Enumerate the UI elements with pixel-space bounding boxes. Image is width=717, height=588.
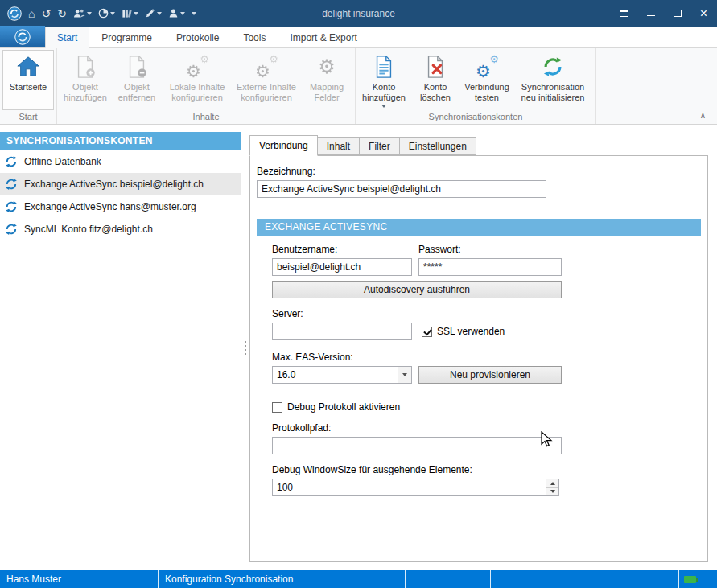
eas-version-select[interactable]: 16.0 [272,366,412,384]
account-item-exchange-beispiel[interactable]: Exchange ActiveSync beispiel@delight.ch [0,173,241,195]
bezeichnung-input[interactable] [257,180,546,198]
ribbon-tab-protokolle[interactable]: Protokolle [164,27,231,48]
ribbon-group-start: Startseite Start [0,48,57,124]
passwort-input[interactable] [418,258,562,276]
refresh-icon[interactable]: ↻ [54,3,70,24]
connection-status-icon [684,576,696,583]
account-delete-icon [422,54,448,80]
account-add-icon [371,54,397,80]
ssl-checkbox-row: SSL verwenden [422,326,505,337]
sync-icon [5,155,18,168]
sidebar-header: SYNCHRONISATIONSKONTEN [0,132,241,150]
statusbar-separator [323,570,323,588]
account-label: SyncML Konto fitz@delight.ch [24,224,153,235]
tab-verbindung[interactable]: Verbindung [249,135,318,156]
home-icon[interactable]: ⌂ [25,3,38,24]
tab-filter[interactable]: Filter [359,137,400,155]
person-icon[interactable] [165,3,188,24]
konto-hinzufuegen-button[interactable]: Konto hinzufügen [358,50,410,110]
popup-window-button[interactable] [611,0,637,27]
maximize-icon [674,10,682,17]
windowsize-input[interactable] [272,479,559,496]
passwort-label: Passwort: [418,244,562,255]
ribbon-group-synchronisationskonten: Konto hinzufügen Konto löschen ⚙⚙ Verbin… [356,48,596,124]
ribbon: Startseite Start Objekt hinzufügen Objek… [0,48,717,125]
app-logo-icon[interactable] [4,3,25,24]
spin-up-button[interactable] [546,479,558,487]
konto-loeschen-button[interactable]: Konto löschen [410,50,461,110]
server-input[interactable] [272,323,412,340]
dropdown-caret-icon [110,12,115,15]
gear-test-icon: ⚙⚙ [474,54,500,80]
startseite-button[interactable]: Startseite [2,50,54,110]
objekt-hinzufuegen-button[interactable]: Objekt hinzufügen [60,50,111,110]
titlebar: ⌂ ↺ ↻ delight insurance × [0,0,717,27]
spin-down-button[interactable] [546,487,558,496]
account-label: Exchange ActiveSync hans@muster.org [24,201,196,212]
chart-icon[interactable] [95,3,118,24]
statusbar-user: Hans Muster [0,574,158,585]
protokollpfad-input[interactable] [272,437,562,454]
maximize-button[interactable] [664,0,690,27]
close-icon: × [700,7,707,20]
minimize-button[interactable] [637,0,664,27]
ribbon-group-label: Inhalte [60,110,352,124]
account-label: Offline Datenbank [24,156,101,167]
verbindung-testen-button[interactable]: ⚙⚙ Verbindung testen [461,50,513,110]
neu-provisionieren-button[interactable]: Neu provisionieren [418,366,562,384]
library-icon[interactable] [118,3,142,24]
objekt-entfernen-button[interactable]: Objekt entfernen [111,50,163,110]
ribbon-tab-import-export[interactable]: Import & Export [278,27,369,48]
ribbon-tab-row: Start Programme Protokolle Tools Import … [0,27,717,48]
tab-inhalt[interactable]: Inhalt [317,137,360,155]
ssl-checkbox[interactable] [422,327,432,337]
debug-protokoll-label: Debug Protokoll aktivieren [287,401,400,413]
window-controls: × [611,0,717,27]
spinner-buttons [546,479,558,495]
ribbon-group-inhalte: Objekt hinzufügen Objekt entfernen ⚙⚙ Lo… [57,48,356,124]
gear-icon: ⚙ [314,54,340,80]
ribbon-tab-tools[interactable]: Tools [231,27,278,48]
autodiscovery-button[interactable]: Autodiscovery ausführen [272,281,562,298]
back-icon[interactable]: ↺ [38,3,54,24]
splitter-handle[interactable] [241,125,249,570]
app-logo-icon [14,29,31,45]
sync-icon [5,200,18,213]
app-window: ⌂ ↺ ↻ delight insurance × Start Programm… [0,0,717,588]
verbindung-page: Bezeichnung: EXCHANGE ACTIVESYNC Benutze… [249,155,708,562]
dropdown-caret-icon [381,105,386,108]
tab-einstellungen[interactable]: Einstellungen [399,137,476,155]
contacts-icon[interactable] [70,3,95,24]
document-add-icon [72,54,98,80]
dropdown-caret-icon [134,12,138,15]
synchronisation-neu-initialisieren-button[interactable]: Synchronisation neu initialisieren [513,50,593,110]
spin-down-icon [550,490,555,493]
benutzername-label: Benutzername: [272,244,412,255]
account-item-exchange-hans[interactable]: Exchange ActiveSync hans@muster.org [0,195,241,218]
qat-overflow-icon[interactable] [188,3,200,24]
server-label: Server: [272,308,701,319]
ribbon-tab-start[interactable]: Start [45,27,89,48]
mapping-felder-button[interactable]: ⚙ Mapping Felder [301,50,352,110]
file-menu-button[interactable] [0,26,45,47]
account-item-offline-datenbank[interactable]: Offline Datenbank [0,150,241,173]
close-button[interactable]: × [690,0,717,27]
detail-tabstrip: Verbindung Inhalt Filter Einstellungen [249,134,708,155]
benutzername-input[interactable] [272,258,412,276]
gears-icon: ⚙⚙ [253,54,279,80]
ribbon-tab-programme[interactable]: Programme [89,27,164,48]
bezeichnung-label: Bezeichnung: [257,166,701,177]
eas-version-value: 16.0 [273,369,398,380]
lokale-inhalte-konfigurieren-button[interactable]: ⚙⚙ Lokale Inhalte konfigurieren [163,50,232,110]
account-item-syncml-fitz[interactable]: SyncML Konto fitz@delight.ch [0,218,241,241]
sync-icon [5,178,18,191]
pen-icon[interactable] [142,3,165,24]
dropdown-caret-icon [180,12,185,15]
debug-protokoll-checkbox[interactable] [272,402,282,413]
collapse-ribbon-button[interactable]: ∧ [697,110,709,121]
statusbar-status: Konfiguration Synchronisation [159,574,323,585]
dropdown-caret-icon [87,12,92,15]
windowsize-spinner [272,479,559,496]
externe-inhalte-konfigurieren-button[interactable]: ⚙⚙ Externe Inhalte konfigurieren [232,50,301,110]
eas-version-label: Max. EAS-Version: [272,352,701,363]
